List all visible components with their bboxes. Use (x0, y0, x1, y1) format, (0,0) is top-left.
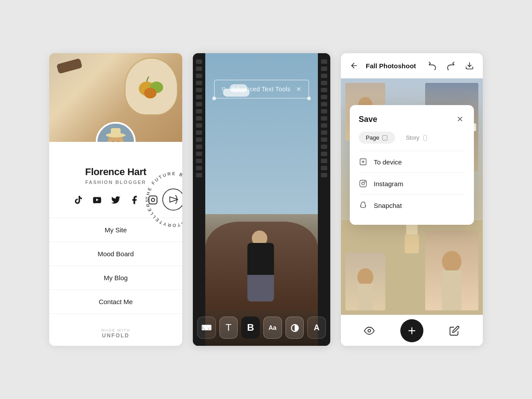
tool-color-btn[interactable]: ◑ (286, 317, 304, 339)
profile-panel: Florence Hart FASHION BLOGGER (49, 53, 182, 346)
close-text-box-icon[interactable]: ✕ (296, 86, 301, 93)
sky (205, 53, 318, 214)
film-hole (321, 123, 327, 128)
footer-brand: MADE WITH UNFOLD (94, 321, 137, 346)
plus-icon (406, 325, 418, 336)
save-tab-story[interactable]: Story (399, 132, 435, 144)
svg-text:THE FUTURE BELONGS TO THE STOR: THE FUTURE BELONGS TO THE STORYTELLERS (145, 171, 182, 228)
back-arrow-icon (350, 61, 359, 70)
film-hole (321, 130, 327, 135)
save-tabs: Page Story (359, 132, 465, 144)
film-hole (196, 88, 202, 92)
redo-button[interactable] (445, 59, 457, 72)
tool-keyboard-btn[interactable]: ⌨ (197, 317, 216, 339)
film-hole (196, 145, 202, 149)
film-hole (321, 74, 327, 78)
film-hole (321, 88, 327, 92)
save-modal: Save ✕ Page Story To device (350, 105, 474, 225)
save-to-snapchat-option[interactable]: Snapchat (359, 194, 465, 216)
editor-canvas: FALL PHOTOSHOOT (341, 78, 483, 315)
film-strip-left (193, 53, 205, 346)
svg-rect-8 (111, 128, 121, 136)
collage-photo-bl (345, 253, 385, 310)
circular-text: THE FUTURE BELONGS TO THE STORYTELLERS (138, 164, 182, 235)
instagram-save-icon (359, 179, 368, 188)
style-a-icon: A (314, 323, 320, 332)
film-holes-left (196, 57, 202, 342)
undo-icon (428, 61, 437, 70)
film-hole (321, 109, 327, 113)
svg-point-28 (357, 268, 373, 286)
film-hole (196, 166, 202, 170)
svg-rect-20 (405, 235, 419, 254)
back-button[interactable] (348, 59, 360, 72)
film-hole (196, 159, 202, 163)
svg-point-2 (144, 88, 156, 98)
editor-title: Fall Photoshoot (366, 62, 421, 70)
snapchat-label: Snapchat (374, 202, 402, 209)
story-editor-panel: ⧉ Advanced Text Tools ✕ ⌨ T B Aa ◑ A (193, 53, 330, 346)
svg-point-38 (364, 181, 365, 182)
header-actions (426, 59, 476, 72)
nav-my-blog[interactable]: My Blog (49, 266, 182, 289)
text-t-icon: T (226, 322, 231, 333)
fruit-svg (133, 69, 169, 104)
youtube-icon[interactable] (92, 195, 102, 205)
save-modal-close-btn[interactable]: ✕ (454, 114, 465, 125)
nav-contact-me[interactable]: Contact Me (49, 289, 182, 314)
pencil-icon (449, 325, 460, 336)
device-download-icon (359, 157, 368, 166)
film-hole (196, 137, 202, 142)
story-icon (422, 135, 428, 141)
photo-bl-svg (345, 253, 385, 310)
preview-button[interactable] (361, 323, 377, 339)
tool-font-btn[interactable]: Aa (263, 317, 282, 339)
collage-photo-br (425, 231, 478, 310)
film-hole (321, 145, 327, 149)
add-element-button[interactable] (400, 319, 423, 342)
film-hole (196, 59, 202, 64)
film-hole (196, 152, 202, 156)
tiktok-icon[interactable] (73, 195, 84, 205)
twitter-icon[interactable] (110, 195, 121, 205)
download-icon (465, 61, 474, 70)
handle-br (307, 97, 311, 100)
avatar-image (98, 124, 134, 142)
film-hole (321, 59, 327, 64)
svg-rect-32 (442, 270, 462, 310)
film-hole (321, 66, 327, 71)
save-to-device-option[interactable]: To device (359, 151, 465, 172)
film-holes-right (321, 57, 327, 342)
svg-rect-36 (360, 180, 367, 187)
save-tab-page[interactable]: Page (359, 132, 395, 144)
undo-button[interactable] (426, 59, 438, 72)
tool-text-btn[interactable]: T (219, 317, 238, 339)
fruit-bag (125, 58, 178, 115)
film-hole (321, 102, 327, 106)
film-hole (321, 173, 327, 177)
film-hole (321, 81, 327, 85)
svg-rect-34 (423, 135, 426, 141)
color-icon: ◑ (290, 322, 299, 333)
svg-point-39 (368, 329, 371, 332)
nav-mood-board[interactable]: Mood Board (49, 242, 182, 266)
save-modal-title: Save (359, 115, 377, 124)
svg-point-14 (163, 189, 182, 210)
unfold-label: UNFOLD (102, 332, 130, 339)
edit-button[interactable] (446, 323, 462, 339)
text-box-overlay[interactable]: ⧉ Advanced Text Tools ✕ (214, 80, 309, 98)
avatar-svg (98, 124, 134, 142)
film-hole (196, 173, 202, 177)
text-box-content: Advanced Text Tools (231, 86, 291, 93)
profile-header-image (49, 53, 182, 142)
tool-bold-btn[interactable]: B (241, 317, 259, 339)
sunglasses-decoration (56, 58, 82, 74)
snapchat-option-icon (359, 201, 367, 209)
bold-b-icon: B (247, 322, 254, 333)
copy-icon[interactable]: ⧉ (222, 86, 226, 93)
download-button[interactable] (463, 59, 476, 72)
editor-header: Fall Photoshoot (341, 53, 483, 78)
save-to-instagram-option[interactable]: Instagram (359, 172, 465, 194)
tool-style-btn[interactable]: A (307, 317, 326, 339)
film-hole (196, 66, 202, 71)
